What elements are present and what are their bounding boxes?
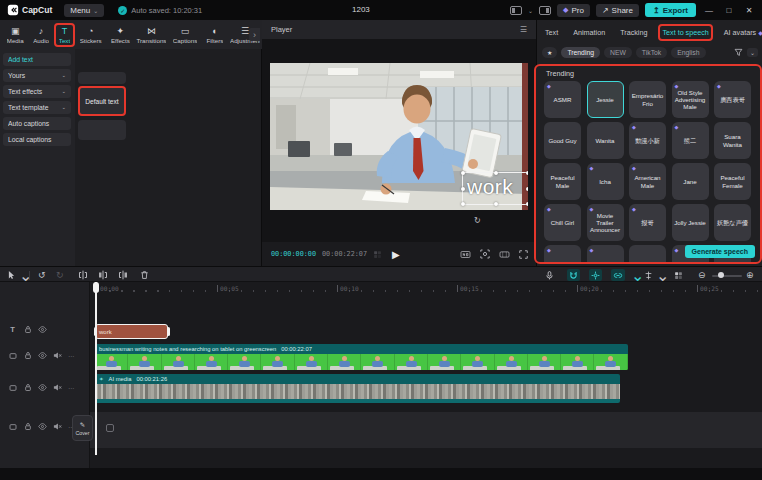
filter-pill-trending[interactable]: Trending (561, 47, 600, 58)
share-button[interactable]: ↗ Share (596, 4, 639, 17)
lock-icon[interactable] (23, 351, 32, 360)
tab-tracking[interactable]: Tracking (616, 24, 651, 41)
chevron-down-icon[interactable]: ⌄ (528, 7, 533, 14)
more-icon[interactable]: ⋯ (68, 352, 75, 359)
tool-tab-audio[interactable]: ♪Audio (29, 23, 53, 47)
voice-card[interactable]: ◆ (544, 245, 581, 264)
eye-icon[interactable] (38, 351, 47, 360)
voice-card[interactable]: ◆ (587, 245, 624, 264)
mute-icon[interactable] (53, 351, 62, 360)
mute-icon[interactable] (53, 422, 62, 431)
playhead[interactable] (95, 282, 97, 455)
filter-pill-new[interactable]: NEW (604, 47, 632, 58)
empty-track[interactable] (90, 412, 762, 448)
tools-overflow-button[interactable]: › (249, 28, 260, 41)
minimize-button[interactable]: — (702, 6, 716, 15)
generate-speech-button[interactable]: Generate speech (685, 245, 755, 258)
magnetic-snap-icon[interactable] (567, 269, 580, 281)
more-icon[interactable]: ⋯ (68, 384, 75, 391)
tool-tab-stickers[interactable]: ◔Stickers (76, 23, 106, 47)
selection-handle[interactable] (494, 171, 498, 175)
voice-card[interactable]: Peaceful Female (714, 163, 751, 200)
tab-text-to-speech[interactable]: Text to speech (658, 24, 712, 41)
tool-tab-media[interactable]: ▣Media (3, 23, 28, 47)
selection-handle[interactable] (526, 171, 528, 175)
video-clip[interactable]: businessman writing notes and researchin… (95, 344, 628, 370)
timeline-ruler[interactable]: 00:0000:0500:1000:1500:2000:25 (90, 282, 762, 296)
tool-tab-filters[interactable]: ◐Filters (202, 23, 227, 47)
voice-card[interactable]: Peaceful Male (544, 163, 581, 200)
preview-quality-icon[interactable] (460, 250, 471, 259)
video-preview[interactable]: work (270, 63, 528, 210)
cover-button[interactable]: ✎ Cover (72, 415, 93, 441)
selection-handle[interactable] (526, 187, 528, 191)
voice-card[interactable]: Jolly Jessie (672, 204, 709, 241)
sidebar-item-text-effects[interactable]: Text effects⌄ (3, 85, 71, 98)
voice-card[interactable]: Good Guy (544, 122, 581, 159)
preview-mode-icon[interactable] (373, 250, 382, 259)
preview-axis-icon[interactable] (644, 269, 653, 281)
voice-card[interactable]: ◆Movie Trailer Announcer (587, 204, 624, 241)
voice-card[interactable]: Wanita (587, 122, 624, 159)
menu-button[interactable]: Menu ⌄ (64, 4, 104, 17)
delete-button[interactable] (140, 269, 149, 281)
filter-pill-tiktok[interactable]: TikTok (636, 47, 667, 58)
eye-icon[interactable] (38, 383, 47, 392)
chevron-down-icon[interactable]: ⌄ (19, 269, 32, 281)
lock-icon[interactable] (23, 383, 32, 392)
lock-icon[interactable] (23, 422, 32, 431)
eye-icon[interactable] (38, 325, 47, 334)
voice-card[interactable]: ◆报哥 (629, 204, 666, 241)
voice-card[interactable]: ◆Chill Girl (544, 204, 581, 241)
rotate-handle-icon[interactable]: ↻ (474, 216, 481, 225)
chevron-down-icon[interactable]: ⌄ (631, 269, 644, 281)
tab-text[interactable]: Text (541, 24, 562, 41)
selection-handle[interactable] (461, 187, 465, 191)
filter-funnel-icon[interactable] (734, 48, 743, 57)
mute-icon[interactable] (53, 383, 62, 392)
selection-handle[interactable] (461, 202, 465, 206)
record-voiceover-icon[interactable] (545, 269, 554, 281)
maximize-button[interactable]: □ (722, 6, 736, 15)
delete-right-icon[interactable] (118, 269, 128, 281)
split-icon[interactable] (78, 269, 88, 281)
voice-card[interactable]: ◆Icha (587, 163, 624, 200)
text-overlay-selection[interactable]: work (462, 172, 528, 205)
zoom-slider-thumb[interactable] (718, 272, 724, 278)
linkage-icon[interactable] (611, 269, 625, 281)
timeline-zoom-out-icon[interactable]: ⊖ (698, 269, 706, 281)
filter-pill-english[interactable]: English (671, 47, 705, 58)
voice-card[interactable]: Suara Wanita (714, 122, 751, 159)
selection-handle[interactable] (526, 202, 528, 206)
timeline-zoom-in-icon[interactable]: ⊕ (746, 269, 754, 281)
voice-card[interactable]: ◆動漫小新 (629, 122, 666, 159)
voice-card[interactable]: ◆ASMR (544, 81, 581, 118)
snapshot-icon[interactable] (480, 249, 490, 259)
ai-media-clip[interactable]: ✦ AI media 00:00:21:26 (95, 374, 620, 403)
pro-button[interactable]: ◆ Pro (557, 4, 590, 17)
sidebar-item-yours[interactable]: Yours⌄ (3, 69, 71, 82)
auto-snap-icon[interactable] (589, 269, 602, 281)
select-tool-icon[interactable] (7, 269, 16, 281)
tab-ai-avatars[interactable]: AI avatars◆ (720, 24, 762, 41)
track-options-icon[interactable] (674, 269, 683, 281)
tool-tab-effects[interactable]: ✦Effects (107, 23, 134, 47)
overlay-text[interactable]: work (467, 175, 513, 199)
undo-button[interactable]: ↺ (38, 269, 46, 281)
default-text-card[interactable]: Default text (78, 86, 126, 116)
timeline-zoom-slider[interactable] (712, 275, 742, 277)
redo-button[interactable]: ↻ (56, 269, 64, 281)
eye-icon[interactable] (38, 422, 47, 431)
sidebar-item-text-template[interactable]: Text template⌄ (3, 101, 71, 114)
text-template-card[interactable] (78, 120, 126, 140)
export-button[interactable]: ↥ Export (645, 3, 696, 17)
playhead-handle[interactable] (93, 282, 99, 293)
fullscreen-icon[interactable] (519, 250, 528, 259)
tab-animation[interactable]: Animation (569, 24, 609, 41)
filters-expand-button[interactable]: ⌄ (747, 48, 758, 57)
voice-card[interactable]: Jessie (587, 81, 624, 118)
selection-handle[interactable] (461, 171, 465, 175)
player-layout-icon[interactable] (510, 6, 522, 15)
voice-card[interactable] (629, 245, 666, 264)
play-button[interactable]: ▶ (392, 249, 400, 260)
